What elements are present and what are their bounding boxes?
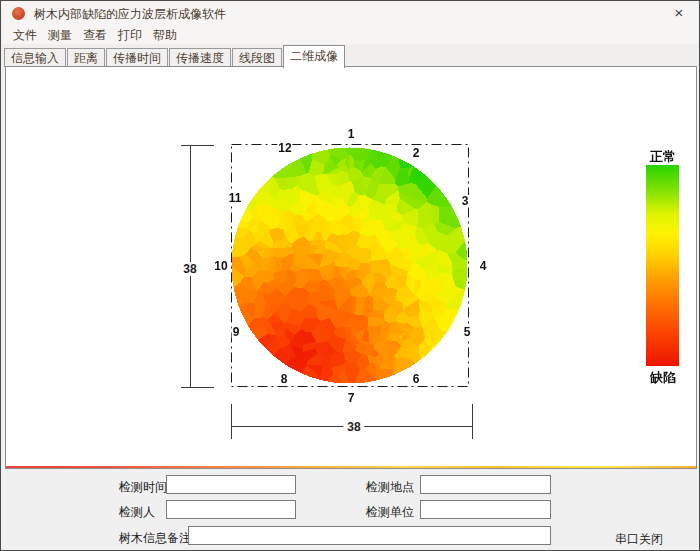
title-bar: 树木内部缺陷的应力波层析成像软件 × bbox=[2, 1, 698, 25]
tree-notes-label: 树木信息备注 bbox=[119, 530, 191, 547]
menu-item-measure[interactable]: 测量 bbox=[44, 26, 76, 45]
app-window: 树木内部缺陷的应力波层析成像软件 × 文件测量查看打印帮助 信息输入距离传播时间… bbox=[0, 0, 700, 551]
legend-defect-label: 缺陷 bbox=[650, 369, 676, 387]
detect-person-label: 检测人 bbox=[119, 504, 155, 521]
menu-item-help[interactable]: 帮助 bbox=[149, 26, 181, 45]
menu-item-view[interactable]: 查看 bbox=[79, 26, 111, 45]
detection-info-form: 检测时间 检测地点 检测人 检测单位 树木信息备注 串口关闭 bbox=[2, 469, 698, 549]
serial-port-status: 串口关闭 bbox=[615, 531, 663, 548]
close-icon[interactable]: × bbox=[668, 3, 690, 23]
detect-time-label: 检测时间 bbox=[119, 479, 167, 496]
sensor-label-11: 11 bbox=[228, 192, 243, 204]
tomography-view: 38 38 123456789101112 正常 缺陷 bbox=[6, 67, 696, 468]
sensor-label-7: 7 bbox=[347, 392, 356, 404]
app-icon bbox=[12, 7, 25, 20]
image-panel: 38 38 123456789101112 正常 缺陷 bbox=[5, 66, 697, 469]
height-dimension-value: 38 bbox=[179, 262, 200, 276]
tab-line-segment[interactable]: 线段图 bbox=[232, 48, 282, 67]
sensor-label-12: 12 bbox=[277, 142, 292, 154]
detect-place-input[interactable] bbox=[420, 475, 551, 494]
sensor-label-4: 4 bbox=[479, 260, 488, 272]
tab-strip: 信息输入距离传播时间传播速度线段图二维成像 bbox=[2, 44, 698, 67]
tree-notes-input[interactable] bbox=[188, 526, 551, 545]
detect-place-label: 检测地点 bbox=[366, 479, 414, 496]
sensor-label-10: 10 bbox=[213, 260, 228, 272]
tab-propagation-speed[interactable]: 传播速度 bbox=[169, 48, 231, 67]
legend-normal-label: 正常 bbox=[650, 148, 676, 166]
width-dimension-value: 38 bbox=[343, 420, 364, 434]
color-scale-strip bbox=[6, 466, 696, 468]
sensor-label-8: 8 bbox=[280, 373, 289, 385]
tab-info-input[interactable]: 信息输入 bbox=[4, 48, 66, 67]
tab-imaging-2d[interactable]: 二维成像 bbox=[283, 45, 345, 68]
menu-item-file[interactable]: 文件 bbox=[9, 26, 41, 45]
detect-time-input[interactable] bbox=[166, 475, 296, 494]
detect-unit-label: 检测单位 bbox=[366, 504, 414, 521]
sensor-label-9: 9 bbox=[232, 326, 241, 338]
sensor-label-3: 3 bbox=[461, 195, 470, 207]
tab-propagation-time[interactable]: 传播时间 bbox=[106, 48, 168, 67]
tomography-heatmap bbox=[231, 147, 467, 383]
legend-gradient-bar bbox=[646, 165, 679, 366]
window-title: 树木内部缺陷的应力波层析成像软件 bbox=[34, 6, 226, 23]
menu-bar: 文件测量查看打印帮助 bbox=[2, 25, 698, 44]
sensor-label-1: 1 bbox=[347, 128, 356, 140]
sensor-label-5: 5 bbox=[463, 326, 472, 338]
detect-unit-input[interactable] bbox=[420, 500, 551, 519]
detect-person-input[interactable] bbox=[166, 500, 296, 519]
tab-distance[interactable]: 距离 bbox=[67, 48, 105, 67]
sensor-label-2: 2 bbox=[412, 147, 421, 159]
sensor-label-6: 6 bbox=[412, 373, 421, 385]
menu-item-print[interactable]: 打印 bbox=[114, 26, 146, 45]
